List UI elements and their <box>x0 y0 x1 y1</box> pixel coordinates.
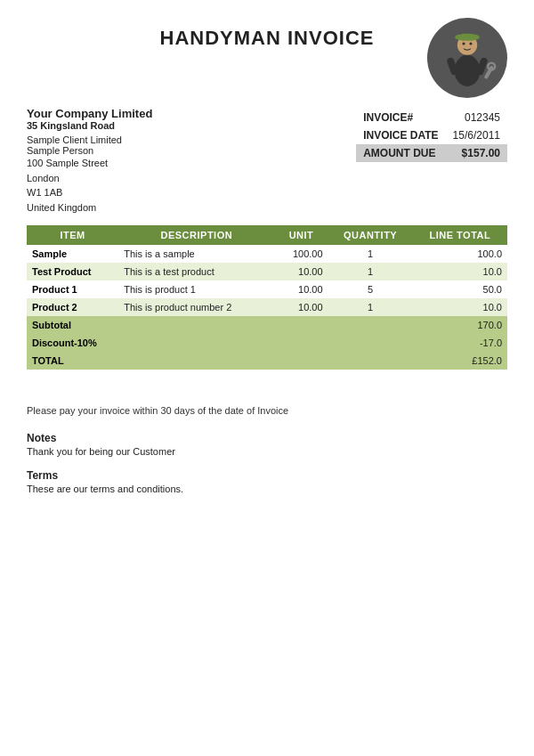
invoice-amount-row: AMOUNT DUE $157.00 <box>356 144 507 162</box>
row-desc-0: This is a sample <box>118 245 274 263</box>
terms-section: Terms These are our terms and conditions… <box>27 469 507 494</box>
row-desc-2: This is product 1 <box>118 280 274 298</box>
table-row: Product 2 This is product number 2 10.00… <box>27 298 507 316</box>
row-unit-2: 10.00 <box>274 280 328 298</box>
row-total-1: 10.0 <box>413 263 507 280</box>
table-row: Test Product This is a test product 10.0… <box>27 263 507 280</box>
svg-point-6 <box>469 42 472 45</box>
invoice-date-row: INVOICE DATE 15/6/2011 <box>356 126 507 144</box>
row-item-0: Sample <box>27 245 118 263</box>
row-total-0: 100.0 <box>413 245 507 263</box>
invoice-amount-value: $157.00 <box>446 144 507 162</box>
row-qty-2: 5 <box>328 280 413 298</box>
col-description: DESCRIPTION <box>118 225 274 245</box>
row-item-3: Product 2 <box>27 298 118 316</box>
client-address: 100 Sample Street London W1 1AB United K… <box>27 156 258 215</box>
table-row: Product 1 This is product 1 10.00 5 50.0 <box>27 280 507 298</box>
row-item-1: Test Product <box>27 263 118 280</box>
table-head: ITEM DESCRIPTION UNIT QUANTITY LINE TOTA… <box>27 225 507 245</box>
row-unit-1: 10.00 <box>274 263 328 280</box>
invoice-title: HANDYMAN INVOICE <box>147 18 387 50</box>
notes-text: Thank you for being our Customer <box>27 446 507 457</box>
svg-point-5 <box>462 42 465 45</box>
client-name: Sample Client Limited <box>27 134 258 145</box>
total-value: £152.0 <box>413 352 507 370</box>
client-info: Sample Client Limited Sample Person <box>27 134 258 156</box>
handyman-icon <box>432 22 503 93</box>
row-item-2: Product 1 <box>27 280 118 298</box>
subtotal-label: Subtotal <box>27 316 413 334</box>
invoice-number-value: 012345 <box>446 109 507 126</box>
table-row: Sample This is a sample 100.00 1 100.0 <box>27 245 507 263</box>
discount-row: Discount-10% -17.0 <box>27 334 507 352</box>
payment-note: Please pay your invoice within 30 days o… <box>27 405 507 416</box>
discount-value: -17.0 <box>413 334 507 352</box>
terms-text: These are our terms and conditions. <box>27 484 507 494</box>
row-qty-3: 1 <box>328 298 413 316</box>
table-body: Sample This is a sample 100.00 1 100.0 T… <box>27 245 507 370</box>
invoice-amount-label: AMOUNT DUE <box>356 144 445 162</box>
svg-rect-4 <box>455 35 479 39</box>
terms-label: Terms <box>27 469 507 482</box>
invoice-meta: INVOICE# 012345 INVOICE DATE 15/6/2011 A… <box>258 107 507 215</box>
notes-label: Notes <box>27 432 507 444</box>
row-unit-3: 10.00 <box>274 298 328 316</box>
row-total-2: 50.0 <box>413 280 507 298</box>
client-postcode: W1 1AB <box>27 185 258 200</box>
client-address1: 100 Sample Street <box>27 156 258 171</box>
row-qty-1: 1 <box>328 263 413 280</box>
invoice-date-label: INVOICE DATE <box>356 126 445 144</box>
invoice-meta-table: INVOICE# 012345 INVOICE DATE 15/6/2011 A… <box>356 109 507 162</box>
company-street: 35 Kingsland Road <box>27 120 258 131</box>
invoice-number-row: INVOICE# 012345 <box>356 109 507 126</box>
svg-point-1 <box>455 55 481 86</box>
subtotal-row: Subtotal 170.0 <box>27 316 507 334</box>
invoice-number-label: INVOICE# <box>356 109 445 126</box>
company-logo <box>427 18 507 98</box>
subtotal-value: 170.0 <box>413 316 507 334</box>
col-item: ITEM <box>27 225 118 245</box>
company-left: Your Company Limited 35 Kingsland Road S… <box>27 107 258 215</box>
invoice-date-value: 15/6/2011 <box>446 126 507 144</box>
total-row: TOTAL £152.0 <box>27 352 507 370</box>
client-country: United Kingdom <box>27 200 258 215</box>
row-total-3: 10.0 <box>413 298 507 316</box>
items-table: ITEM DESCRIPTION UNIT QUANTITY LINE TOTA… <box>27 225 507 370</box>
company-section: Your Company Limited 35 Kingsland Road S… <box>27 107 507 215</box>
company-name: Your Company Limited <box>27 107 258 120</box>
row-desc-3: This is product number 2 <box>118 298 274 316</box>
client-city: London <box>27 171 258 186</box>
table-header-row: ITEM DESCRIPTION UNIT QUANTITY LINE TOTA… <box>27 225 507 245</box>
client-contact: Sample Person <box>27 145 258 156</box>
row-desc-1: This is a test product <box>118 263 274 280</box>
header: HANDYMAN INVOICE <box>27 18 507 98</box>
row-unit-0: 100.00 <box>274 245 328 263</box>
notes-section: Notes Thank you for being our Customer <box>27 432 507 457</box>
discount-label: Discount-10% <box>27 334 413 352</box>
col-unit: UNIT <box>274 225 328 245</box>
total-label: TOTAL <box>27 352 413 370</box>
col-quantity: QUANTITY <box>328 225 413 245</box>
col-line-total: LINE TOTAL <box>413 225 507 245</box>
row-qty-0: 1 <box>328 245 413 263</box>
